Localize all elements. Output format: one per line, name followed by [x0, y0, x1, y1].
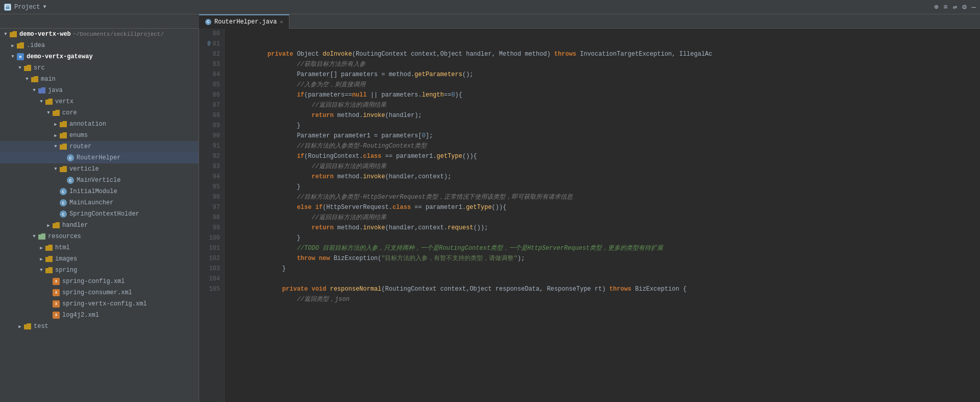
- folder-icon-core: [52, 109, 60, 117]
- arrow-idea: ▶: [9, 42, 16, 49]
- line-num-90: 90: [203, 131, 220, 141]
- tree-item-spring-config[interactable]: X spring-config.xml: [0, 276, 199, 287]
- tree-item-InitialModule[interactable]: C InitialModule: [0, 186, 199, 197]
- tree-item-MainVerticle[interactable]: C MainVerticle: [0, 175, 199, 186]
- tree-item-demo-vertx-web[interactable]: ▼ demo-vertx-web ~/Documents/seckillproj…: [0, 29, 199, 40]
- label-html: html: [55, 244, 70, 251]
- toggle-icon[interactable]: ⇌: [953, 3, 957, 11]
- label-main: main: [41, 76, 56, 83]
- folder-icon-spring: [45, 266, 53, 274]
- tab-bar: C RouterHelper.java ✕: [0, 14, 980, 29]
- tree-item-spring[interactable]: ▼ spring: [0, 265, 199, 276]
- module-icon-demo-vertx-gateway: M: [16, 53, 24, 61]
- label-SpringContextHolder: SpringContextHolder: [69, 210, 139, 218]
- line-num-101: 101: [203, 243, 220, 253]
- tree-item-main[interactable]: ▼ main: [0, 74, 199, 85]
- line-num-103: 103: [203, 264, 220, 274]
- label-enums: enums: [69, 132, 88, 139]
- arrow-enums: ▶: [52, 132, 59, 139]
- line-num-94: 94: [203, 172, 220, 182]
- line-num-102: 102: [203, 253, 220, 264]
- label-resources: resources: [48, 233, 81, 240]
- folder-icon-handler: [52, 221, 60, 229]
- folder-icon-src: [23, 64, 32, 72]
- tree-item-test[interactable]: ▶ test: [0, 321, 199, 332]
- line-num-82: 82: [203, 49, 220, 59]
- line-num-83: 83: [203, 59, 220, 69]
- line-num-89: 89: [203, 121, 220, 131]
- class-icon-RouterHelper: C: [66, 154, 75, 162]
- arrow-demo-vertx-web: ▼: [2, 31, 9, 38]
- code-line-95: //目标方法的入参类型-HttpServerRequest类型，正常情况下使用该…: [231, 182, 980, 192]
- settings-icon[interactable]: ⚙: [962, 3, 966, 11]
- tree-item-annotation[interactable]: ▶ annotation: [0, 119, 199, 130]
- label-MainLauncher: MainLauncher: [69, 199, 113, 206]
- code-lines: private Object doInvoke(RoutingContext c…: [225, 29, 980, 402]
- tree-item-verticle[interactable]: ▼ verticle: [0, 163, 199, 175]
- title-bar-actions: ⊕ ≡ ⇌ ⚙ —: [934, 3, 976, 11]
- label-images: images: [55, 255, 77, 263]
- folder-icon-vertx: [45, 98, 53, 106]
- arrow-core: ▼: [45, 109, 52, 116]
- tree-item-router[interactable]: ▼ router: [0, 141, 199, 152]
- code-editor[interactable]: 80 @81 82 83 84 85 86 87 88 89 90 91 92 …: [199, 29, 980, 402]
- class-icon-SpringContextHolder: C: [59, 210, 67, 218]
- line-num-95: 95: [203, 182, 220, 192]
- label-java: java: [48, 87, 63, 94]
- structure-icon[interactable]: ≡: [943, 3, 947, 11]
- label-spring: spring: [55, 267, 77, 274]
- minimize-icon[interactable]: —: [972, 3, 976, 11]
- tree-item-src[interactable]: ▼ src: [0, 62, 199, 74]
- label-demo-vertx-gateway: demo-vertx-gateway: [27, 53, 93, 60]
- project-sidebar: ▼ demo-vertx-web ~/Documents/seckillproj…: [0, 29, 199, 402]
- tab-close-icon[interactable]: ✕: [280, 19, 283, 25]
- label-src: src: [34, 64, 45, 72]
- arrow-demo-vertx-gateway: ▼: [9, 53, 16, 60]
- tree-item-idea[interactable]: ▶ .idea: [0, 40, 199, 51]
- line-num-85: 85: [203, 80, 220, 90]
- tree-item-resources[interactable]: ▼ resources: [0, 231, 199, 242]
- tree-item-java[interactable]: ▼ java: [0, 85, 199, 96]
- project-label[interactable]: Project: [14, 4, 40, 11]
- project-icon: [4, 4, 11, 11]
- class-icon-MainLauncher: C: [59, 199, 67, 207]
- folder-icon-resources: [38, 232, 46, 241]
- line-num-92: 92: [203, 151, 220, 161]
- line-numbers: 80 @81 82 83 84 85 86 87 88 89 90 91 92 …: [199, 29, 225, 402]
- xml-icon-log4j2: X: [52, 311, 60, 319]
- tree-item-SpringContextHolder[interactable]: C SpringContextHolder: [0, 208, 199, 220]
- code-line-80: [231, 29, 980, 39]
- class-icon-MainVerticle: C: [66, 176, 75, 184]
- line-num-98: 98: [203, 212, 220, 223]
- tree-item-html[interactable]: ▶ html: [0, 242, 199, 253]
- title-bar: Project ▼ ⊕ ≡ ⇌ ⚙ —: [0, 0, 980, 14]
- folder-icon-html: [45, 244, 53, 252]
- label-annotation: annotation: [69, 121, 106, 128]
- tree-item-core[interactable]: ▼ core: [0, 107, 199, 119]
- path-demo-vertx-web: ~/Documents/seckillproject/: [73, 31, 164, 37]
- line-num-91: 91: [203, 141, 220, 151]
- tab-router-helper[interactable]: C RouterHelper.java ✕: [199, 14, 289, 29]
- project-dropdown-icon[interactable]: ▼: [43, 4, 46, 10]
- tab-label: RouterHelper.java: [214, 18, 277, 26]
- arrow-images: ▶: [38, 255, 45, 263]
- tree-item-RouterHelper[interactable]: C RouterHelper: [0, 152, 199, 163]
- tree-item-demo-vertx-gateway[interactable]: ▼ M demo-vertx-gateway: [0, 51, 199, 62]
- svg-rect-0: [5, 5, 10, 10]
- tree-item-handler[interactable]: ▶ handler: [0, 220, 199, 231]
- tree-item-enums[interactable]: ▶ enums: [0, 130, 199, 141]
- line-num-80: 80: [203, 29, 220, 39]
- label-vertx: vertx: [55, 98, 74, 105]
- tree-item-vertx[interactable]: ▼ vertx: [0, 96, 199, 107]
- tree-item-images[interactable]: ▶ images: [0, 253, 199, 265]
- add-icon[interactable]: ⊕: [934, 3, 938, 11]
- tree-item-MainLauncher[interactable]: C MainLauncher: [0, 197, 199, 208]
- arrow-spring: ▼: [38, 267, 45, 274]
- folder-icon-verticle: [59, 165, 67, 173]
- arrow-main: ▼: [23, 76, 31, 83]
- label-test: test: [34, 323, 48, 330]
- tree-item-log4j2[interactable]: X log4j2.xml: [0, 310, 199, 321]
- tree-item-spring-consumer[interactable]: X spring-consumer.xml: [0, 287, 199, 298]
- tree-item-spring-vertx-config[interactable]: X spring-vertx-config.xml: [0, 298, 199, 310]
- label-MainVerticle: MainVerticle: [77, 177, 120, 184]
